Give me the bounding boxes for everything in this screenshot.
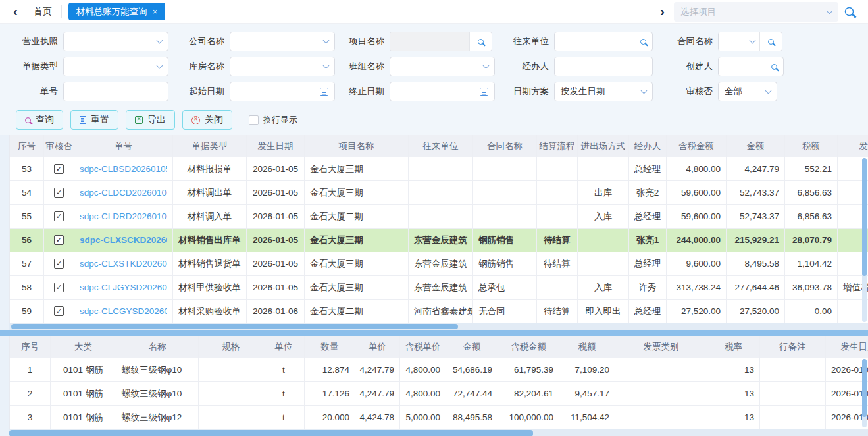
cell: 20.000: [305, 406, 355, 429]
home-tab[interactable]: 首页: [24, 6, 61, 18]
cell: 552.21: [785, 157, 838, 181]
row-checkbox[interactable]: ✓: [54, 283, 64, 292]
project-select[interactable]: 选择项目: [674, 2, 838, 22]
doc-type-select[interactable]: [63, 57, 168, 76]
detail-horizontal-scrollbar[interactable]: [9, 429, 868, 436]
filter-label: 公司名称: [176, 36, 224, 47]
tab-close-icon[interactable]: ×: [153, 7, 158, 16]
chevron-down-icon: [483, 63, 490, 69]
cell: 2026-01-05: [247, 157, 305, 181]
calendar-icon: [480, 88, 488, 96]
wrap-display-checkbox[interactable]: 换行显示: [249, 114, 297, 126]
cell: [409, 205, 473, 229]
doc-number-link[interactable]: sdpc-CLXSCKD20260105: [80, 235, 167, 245]
table-row[interactable]: 20101 钢筋螺纹三级钢φ10t17.1264,247.794,800.007…: [10, 382, 868, 406]
handler-input[interactable]: [554, 57, 653, 76]
warehouse-name-select[interactable]: [230, 57, 335, 76]
master-horizontal-scrollbar[interactable]: [9, 323, 868, 330]
cell: 待结算: [537, 252, 578, 276]
cell: 张亮2: [629, 181, 667, 205]
row-checkbox[interactable]: ✓: [54, 235, 64, 245]
column-header: 金额: [727, 135, 785, 157]
table-row[interactable]: 55✓sdpc-CLDRD2026010000材料调入单2026-01-05金石…: [10, 205, 868, 229]
row-checkbox[interactable]: ✓: [54, 306, 64, 316]
doc-number-link[interactable]: sdpc-CLDRD2026010000: [80, 211, 167, 221]
query-button[interactable]: 查询: [16, 110, 63, 130]
audit-status-select[interactable]: 全部: [718, 82, 777, 101]
doc-number-link[interactable]: sdpc-CLXSTKD20260105: [80, 259, 167, 269]
row-checkbox[interactable]: ✓: [54, 259, 64, 269]
cell: 11,504.42: [559, 406, 615, 429]
scrollbar-thumb[interactable]: [9, 430, 533, 436]
table-row[interactable]: 58✓sdpc-CLJGYSD20260105材料甲供验收单2026-01-05…: [10, 276, 868, 300]
export-button[interactable]: 导出: [126, 110, 175, 130]
table-row[interactable]: 30101 钢筋螺纹三级钢φ12t20.0004,424.785,000.008…: [10, 406, 868, 429]
cell: 即入即出: [578, 300, 629, 323]
cell: 4,800.00: [667, 157, 727, 181]
cell: 螺纹三级钢φ10: [116, 358, 199, 382]
table-row[interactable]: 59✓sdpc-CLCGYSD20260106材料采购验收单2026-01-06…: [10, 300, 868, 323]
filter-doc-type: 单据类型: [9, 57, 176, 76]
column-header: 往来单位: [409, 135, 473, 157]
doc-number-input[interactable]: [63, 82, 168, 101]
scrollbar-thumb[interactable]: [11, 324, 458, 329]
cell: sdpc-CLJGYSD20260105: [74, 276, 173, 300]
contract-name-select[interactable]: [719, 32, 759, 51]
forward-chevron-icon[interactable]: ›: [651, 4, 674, 19]
cell: 入库: [578, 205, 629, 229]
chevron-down-icon: [765, 88, 772, 94]
filter-project-name: 项目名称: [336, 32, 500, 51]
table-row[interactable]: 56✓sdpc-CLXSCKD20260105材料销售出库单2026-01-05…: [10, 229, 868, 252]
cell: 12.874: [305, 358, 355, 382]
scrollbar-thumb[interactable]: [862, 158, 867, 276]
doc-number-link[interactable]: sdpc-CLCGYSD20260106: [80, 306, 167, 316]
reset-button[interactable]: 重置: [70, 110, 118, 130]
cell: 2026-01-05: [247, 205, 305, 229]
table-row[interactable]: 54✓sdpc-CLDCD2026010000材料调出单2026-01-05金石…: [10, 181, 868, 205]
start-date-input[interactable]: [230, 82, 335, 101]
close-button[interactable]: 关闭: [182, 110, 232, 130]
company-name-select[interactable]: [230, 32, 335, 51]
cell: [473, 181, 537, 205]
end-date-input[interactable]: [390, 82, 495, 101]
table-row[interactable]: 57✓sdpc-CLXSTKD20260105材料销售退货单2026-01-05…: [10, 252, 868, 276]
cell: 许秀: [629, 276, 667, 300]
cell: sdpc-CLXSCKD20260105: [74, 229, 173, 252]
table-row[interactable]: 53✓sdpc-CLBSD2026010500材料报损单2026-01-05金石…: [10, 157, 868, 181]
cell: 2026-01-05: [247, 252, 305, 276]
filter-label: 项目名称: [336, 36, 384, 47]
doc-number-link[interactable]: sdpc-CLBSD2026010500: [80, 164, 167, 174]
row-checkbox[interactable]: ✓: [54, 211, 64, 221]
scrollbar-thumb[interactable]: [862, 359, 867, 417]
date-scheme-select[interactable]: 按发生日期: [554, 82, 653, 101]
tab-material-ledger-query[interactable]: 材料总账万能查询 ×: [68, 3, 166, 20]
column-header: 税额: [785, 135, 838, 157]
filter-label: 创建人: [664, 61, 713, 72]
cell: t: [263, 382, 305, 406]
creator-input[interactable]: [718, 57, 784, 76]
contract-name-search-button[interactable]: [759, 32, 782, 51]
cell: 72,747.44: [446, 382, 498, 406]
project-search-icon[interactable]: [845, 7, 854, 16]
project-name-search-button[interactable]: [469, 32, 492, 51]
cell: 54: [10, 181, 44, 205]
doc-number-link[interactable]: sdpc-CLDCD2026010000: [80, 188, 167, 198]
master-vertical-scrollbar[interactable]: [862, 158, 867, 322]
project-name-input[interactable]: [390, 32, 469, 51]
filter-end-date: 终止日期: [336, 82, 500, 101]
cell: 螺纹三级钢φ10: [116, 382, 199, 406]
table-row[interactable]: 10101 钢筋螺纹三级钢φ10t12.8744,247.794,800.005…: [10, 358, 868, 382]
cell: 100,000.00: [498, 406, 559, 429]
row-checkbox[interactable]: ✓: [54, 164, 64, 174]
cell: 金石大厦二期: [305, 205, 409, 229]
counterparty-input[interactable]: [554, 32, 653, 51]
doc-number-link[interactable]: sdpc-CLJGYSD20260105: [80, 283, 167, 292]
search-icon: [478, 39, 484, 45]
business-license-select[interactable]: [63, 32, 168, 51]
back-chevron-icon[interactable]: ‹: [7, 4, 24, 19]
cell: [199, 382, 263, 406]
team-name-select[interactable]: [390, 57, 495, 76]
detail-vertical-scrollbar[interactable]: [862, 359, 867, 427]
row-checkbox[interactable]: ✓: [54, 188, 64, 198]
panel-splitter[interactable]: [0, 330, 868, 336]
